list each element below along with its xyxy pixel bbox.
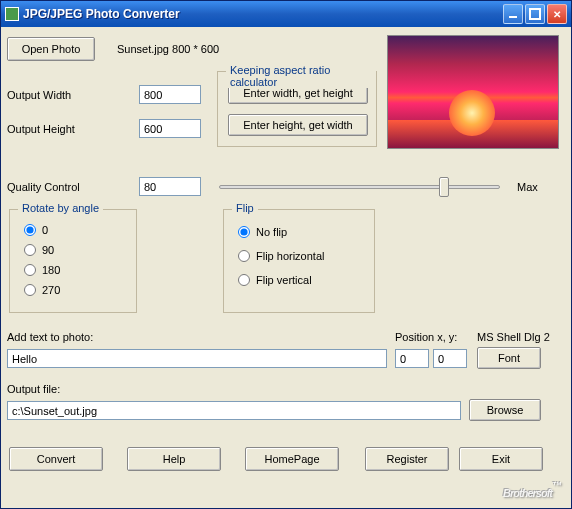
output-file-input[interactable] [7,401,461,420]
maximize-button[interactable] [525,4,545,24]
browse-button[interactable]: Browse [469,399,541,421]
convert-button[interactable]: Convert [9,447,103,471]
photo-preview [387,35,559,149]
output-height-input[interactable] [139,119,201,138]
rotate-0-label: 0 [42,224,48,236]
minimize-button[interactable] [503,4,523,24]
position-x-input[interactable] [395,349,429,368]
rotate-0-radio[interactable] [24,224,36,236]
rotate-90-label: 90 [42,244,54,256]
add-text-label: Add text to photo: [7,331,93,343]
height-get-width-button[interactable]: Enter height, get width [228,114,368,136]
homepage-button[interactable]: HomePage [245,447,339,471]
quality-slider-thumb[interactable] [439,177,449,197]
window-body: Open Photo Sunset.jpg 800 * 600 Output W… [1,27,571,508]
app-icon [5,7,19,21]
output-height-label: Output Height [7,123,75,135]
output-file-label: Output file: [7,383,60,395]
flip-legend: Flip [232,202,258,214]
rotate-90-radio[interactable] [24,244,36,256]
output-width-label: Output Width [7,89,71,101]
rotate-270-radio[interactable] [24,284,36,296]
flip-group: Flip No flip Flip horizontal Flip vertic… [223,209,375,313]
aspect-ratio-group: Keeping aspect ratio calculator Enter wi… [217,71,377,147]
watermark: Brothersoft™ [503,479,561,502]
window-frame: JPG/JPEG Photo Converter Open Photo Suns… [0,0,572,509]
quality-control-label: Quality Control [7,181,80,193]
quality-max-label: Max [517,181,538,193]
flip-none-radio[interactable] [238,226,250,238]
rotate-270-label: 270 [42,284,60,296]
window-title: JPG/JPEG Photo Converter [23,7,503,21]
aspect-ratio-legend: Keeping aspect ratio calculator [226,64,376,88]
flip-none-label: No flip [256,226,287,238]
quality-slider-track[interactable] [219,185,500,189]
font-name-label: MS Shell Dlg 2 [477,331,550,343]
add-text-input[interactable] [7,349,387,368]
file-info-label: Sunset.jpg 800 * 600 [117,43,219,55]
rotate-group: Rotate by angle 0 90 180 270 [9,209,137,313]
help-button[interactable]: Help [127,447,221,471]
quality-control-input[interactable] [139,177,201,196]
register-button[interactable]: Register [365,447,449,471]
flip-horizontal-label: Flip horizontal [256,250,324,262]
close-button[interactable] [547,4,567,24]
flip-vertical-label: Flip vertical [256,274,312,286]
output-width-input[interactable] [139,85,201,104]
titlebar[interactable]: JPG/JPEG Photo Converter [1,1,571,27]
font-button[interactable]: Font [477,347,541,369]
open-photo-button[interactable]: Open Photo [7,37,95,61]
flip-horizontal-radio[interactable] [238,250,250,262]
position-y-input[interactable] [433,349,467,368]
position-xy-label: Position x, y: [395,331,457,343]
flip-vertical-radio[interactable] [238,274,250,286]
rotate-180-label: 180 [42,264,60,276]
rotate-legend: Rotate by angle [18,202,103,214]
exit-button[interactable]: Exit [459,447,543,471]
rotate-180-radio[interactable] [24,264,36,276]
